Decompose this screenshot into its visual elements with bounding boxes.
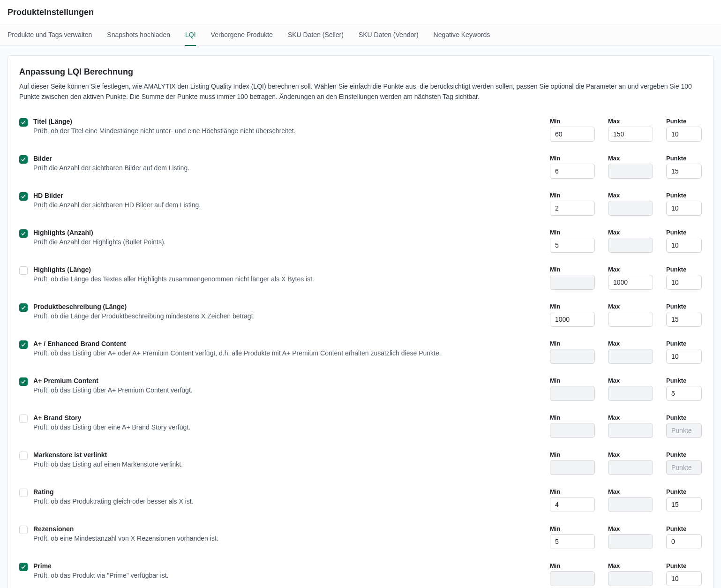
min-input[interactable] [550, 312, 595, 327]
tab-0[interactable]: Produkte und Tags verwalten [8, 24, 92, 46]
setting-desc: Prüft, ob der Titel eine Mindestlänge ni… [33, 127, 296, 135]
setting-checkbox[interactable] [19, 192, 28, 201]
card-desc: Auf dieser Seite können Sie festlegen, w… [19, 82, 702, 102]
min-input [550, 460, 595, 475]
setting-desc: Prüft die Anzahl der Highlights (Bullet … [33, 238, 165, 246]
max-label: Max [608, 525, 653, 532]
setting-title: Highlights (Länge) [33, 266, 314, 273]
max-label: Max [608, 192, 653, 199]
max-input [608, 497, 653, 512]
setting-desc: Prüft, ob die Länge der Produktbeschreib… [33, 312, 255, 320]
setting-checkbox[interactable] [19, 489, 28, 497]
card-title: Anpassung LQI Berechnung [19, 67, 702, 77]
punkte-input[interactable] [666, 349, 702, 364]
punkte-input[interactable] [666, 386, 702, 401]
setting-row: Highlights (Länge)Prüft, ob die Länge de… [19, 259, 702, 296]
min-input[interactable] [550, 238, 595, 253]
setting-title: Markenstore ist verlinkt [33, 451, 183, 459]
max-input[interactable] [608, 275, 653, 290]
max-label: Max [608, 451, 653, 458]
punkte-label: Punkte [666, 118, 702, 125]
setting-checkbox[interactable] [19, 377, 28, 386]
tab-3[interactable]: Verborgene Produkte [211, 24, 273, 46]
min-input [550, 571, 595, 586]
max-label: Max [608, 303, 653, 310]
min-input [550, 423, 595, 438]
punkte-input[interactable] [666, 164, 702, 179]
punkte-label: Punkte [666, 377, 702, 384]
punkte-label: Punkte [666, 192, 702, 199]
min-label: Min [550, 562, 595, 569]
min-input[interactable] [550, 127, 595, 142]
setting-row: Produktbeschreibung (Länge)Prüft, ob die… [19, 296, 702, 333]
min-label: Min [550, 192, 595, 199]
setting-row: A+ Brand StoryPrüft, ob das Listing über… [19, 407, 702, 445]
tab-1[interactable]: Snapshots hochladen [107, 24, 170, 46]
min-input [550, 386, 595, 401]
punkte-input [666, 423, 702, 438]
min-label: Min [550, 488, 595, 495]
setting-checkbox[interactable] [19, 340, 28, 349]
punkte-label: Punkte [666, 525, 702, 532]
max-label: Max [608, 562, 653, 569]
punkte-label: Punkte [666, 562, 702, 569]
setting-checkbox[interactable] [19, 303, 28, 312]
setting-checkbox[interactable] [19, 155, 28, 164]
max-input [608, 201, 653, 216]
punkte-label: Punkte [666, 451, 702, 458]
punkte-label: Punkte [666, 229, 702, 236]
punkte-input[interactable] [666, 312, 702, 327]
min-label: Min [550, 155, 595, 162]
punkte-input[interactable] [666, 238, 702, 253]
setting-title: A+ Brand Story [33, 414, 190, 422]
punkte-label: Punkte [666, 155, 702, 162]
setting-title: A+ / Enhanced Brand Content [33, 340, 441, 347]
max-input [608, 386, 653, 401]
setting-desc: Prüft, ob das Produktrating gleich oder … [33, 498, 194, 505]
max-label: Max [608, 229, 653, 236]
setting-checkbox[interactable] [19, 452, 28, 460]
min-input [550, 349, 595, 364]
setting-checkbox[interactable] [19, 563, 28, 571]
min-input[interactable] [550, 201, 595, 216]
min-input[interactable] [550, 534, 595, 549]
punkte-input[interactable] [666, 534, 702, 549]
setting-row: Markenstore ist verlinktPrüft, ob das Li… [19, 445, 702, 482]
setting-title: Produktbeschreibung (Länge) [33, 303, 255, 310]
punkte-label: Punkte [666, 488, 702, 495]
max-input[interactable] [608, 312, 653, 327]
setting-row: HD BilderPrüft die Anzahl der sichtbaren… [19, 185, 702, 222]
tab-5[interactable]: SKU Daten (Vendor) [359, 24, 419, 46]
setting-title: Highlights (Anzahl) [33, 229, 165, 236]
punkte-input[interactable] [666, 497, 702, 512]
tab-4[interactable]: SKU Daten (Seller) [288, 24, 344, 46]
setting-checkbox[interactable] [19, 526, 28, 534]
setting-title: Rating [33, 488, 194, 496]
setting-row: A+ Premium ContentPrüft, ob das Listing … [19, 370, 702, 407]
max-input [608, 164, 653, 179]
setting-checkbox[interactable] [19, 229, 28, 238]
max-label: Max [608, 118, 653, 125]
setting-checkbox[interactable] [19, 415, 28, 423]
setting-checkbox[interactable] [19, 266, 28, 275]
min-input[interactable] [550, 497, 595, 512]
tab-6[interactable]: Negative Keywords [434, 24, 490, 46]
setting-row: RezensionenPrüft, ob eine Mindestanzahl … [19, 519, 702, 556]
punkte-input[interactable] [666, 571, 702, 586]
setting-row: Highlights (Anzahl)Prüft die Anzahl der … [19, 222, 702, 259]
punkte-input[interactable] [666, 201, 702, 216]
punkte-input[interactable] [666, 275, 702, 290]
min-input[interactable] [550, 164, 595, 179]
max-input[interactable] [608, 127, 653, 142]
punkte-input[interactable] [666, 127, 702, 142]
tab-2[interactable]: LQI [185, 24, 196, 46]
max-input [608, 238, 653, 253]
setting-row: PrimePrüft, ob das Produkt via "Prime" v… [19, 556, 702, 588]
setting-title: Titel (Länge) [33, 118, 296, 125]
settings-rows: Titel (Länge)Prüft, ob der Titel eine Mi… [19, 111, 702, 588]
setting-checkbox[interactable] [19, 118, 28, 127]
setting-desc: Prüft, ob das Produkt via "Prime" verfüg… [33, 572, 169, 579]
min-label: Min [550, 414, 595, 421]
max-label: Max [608, 266, 653, 273]
min-label: Min [550, 451, 595, 458]
